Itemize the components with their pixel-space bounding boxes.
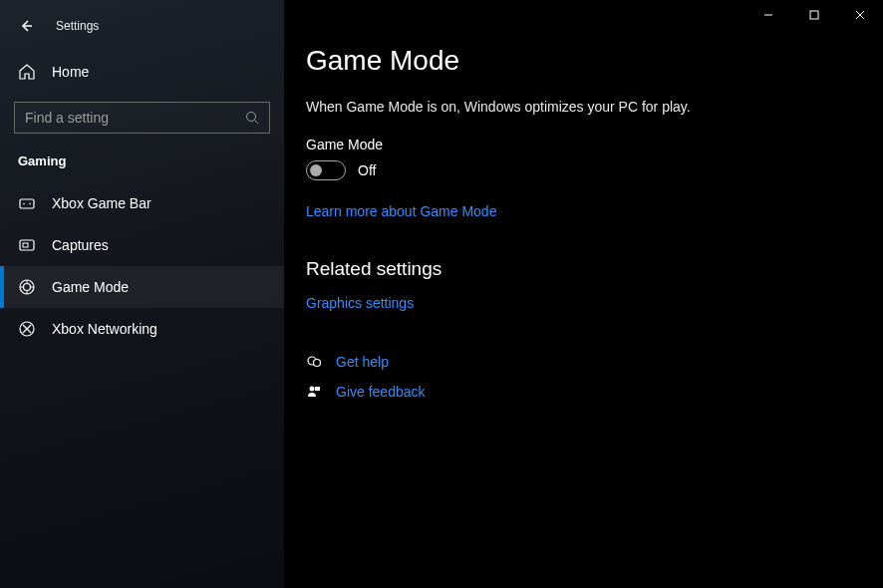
related-settings-title: Related settings [306, 258, 883, 280]
graphics-settings-link[interactable]: Graphics settings [306, 295, 414, 311]
game-mode-toggle[interactable] [306, 160, 346, 180]
toggle-row: Off [306, 160, 883, 180]
sidebar-item-captures[interactable]: Captures [0, 224, 284, 266]
search-icon [245, 111, 259, 125]
learn-more-link[interactable]: Learn more about Game Mode [306, 203, 496, 219]
sidebar-item-xbox-game-bar[interactable]: Xbox Game Bar [0, 182, 284, 224]
captures-icon [18, 236, 36, 254]
svg-rect-5 [23, 243, 28, 247]
toggle-label: Game Mode [306, 137, 883, 152]
minimize-button[interactable] [745, 0, 791, 30]
svg-rect-4 [20, 240, 34, 250]
get-help-icon [306, 354, 322, 370]
help-block: Get help Give feedback [306, 354, 883, 400]
svg-rect-1 [20, 199, 34, 208]
give-feedback-link[interactable]: Give feedback [336, 384, 426, 400]
window-controls [745, 0, 883, 30]
give-feedback-row: Give feedback [306, 384, 883, 400]
search-box[interactable] [14, 102, 270, 134]
get-help-link[interactable]: Get help [336, 354, 389, 370]
nav-label: Xbox Game Bar [52, 195, 151, 211]
minimize-icon [763, 10, 773, 20]
sidebar-home[interactable]: Home [0, 52, 284, 92]
page-title: Game Mode [306, 45, 883, 77]
home-icon [18, 63, 36, 81]
get-help-row: Get help [306, 354, 883, 370]
close-button[interactable] [837, 0, 883, 30]
svg-point-11 [314, 360, 321, 367]
back-arrow-icon [18, 18, 34, 34]
sidebar-item-xbox-networking[interactable]: Xbox Networking [0, 308, 284, 350]
toggle-state-label: Off [358, 162, 376, 178]
page-content: Game Mode When Game Mode is on, Windows … [284, 0, 883, 400]
nav-label: Game Mode [52, 279, 129, 295]
search-input[interactable] [25, 110, 245, 126]
svg-point-3 [29, 203, 31, 205]
sidebar: Settings Home Gaming Xbox Game Bar Captu… [0, 0, 284, 588]
titlebar: Settings [0, 10, 284, 42]
window-title: Settings [56, 19, 99, 33]
close-icon [855, 10, 865, 20]
category-label: Gaming [18, 153, 284, 168]
sidebar-item-game-mode[interactable]: Game Mode [0, 266, 284, 308]
nav-label: Xbox Networking [52, 321, 157, 337]
svg-point-2 [23, 203, 25, 205]
svg-rect-13 [315, 387, 320, 391]
home-label: Home [52, 64, 89, 80]
main-content: Game Mode When Game Mode is on, Windows … [284, 0, 883, 588]
svg-point-7 [24, 284, 31, 291]
svg-point-12 [310, 387, 315, 392]
maximize-button[interactable] [791, 0, 837, 30]
svg-point-0 [247, 113, 256, 122]
xbox-icon [18, 320, 36, 338]
nav-label: Captures [52, 237, 109, 253]
svg-rect-9 [810, 11, 818, 19]
gamemode-icon [18, 278, 36, 296]
page-description: When Game Mode is on, Windows optimizes … [306, 99, 883, 115]
maximize-icon [809, 10, 819, 20]
feedback-icon [306, 384, 322, 400]
gamebar-icon [18, 194, 36, 212]
back-button[interactable] [14, 14, 38, 38]
